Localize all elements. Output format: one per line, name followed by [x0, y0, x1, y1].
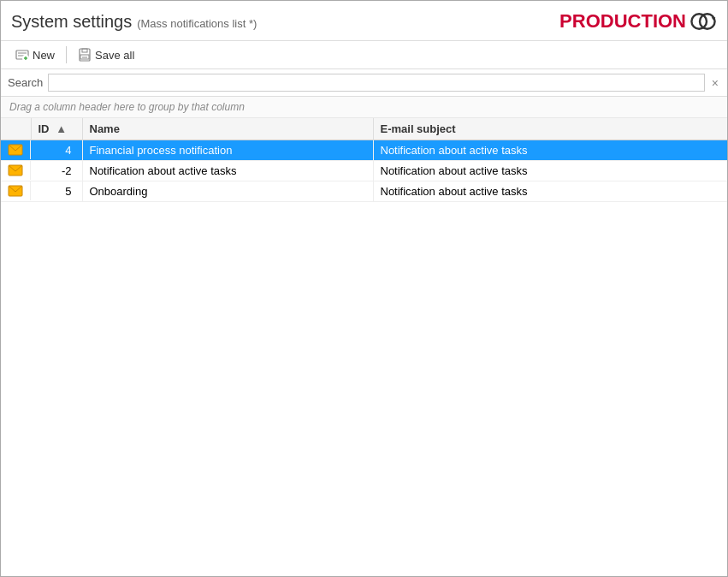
- table-header-row: ID ▲ Name E-mail subject: [1, 118, 727, 140]
- new-icon: [15, 48, 29, 62]
- row-icon-cell: [1, 181, 31, 200]
- row-email-subject: Notification about active tasks: [373, 140, 727, 161]
- col-header-name[interactable]: Name: [82, 118, 373, 140]
- row-id: 5: [31, 181, 82, 202]
- row-name: Financial process notification: [82, 140, 373, 161]
- title-bar: System settings (Mass notifications list…: [1, 1, 727, 41]
- row-name: Onboarding: [82, 181, 373, 202]
- brand-icon: [690, 8, 717, 35]
- save-all-icon: [78, 48, 92, 62]
- table-row[interactable]: 5OnboardingNotification about active tas…: [1, 181, 727, 202]
- search-input[interactable]: [48, 74, 705, 92]
- row-icon-cell: [1, 140, 31, 159]
- row-email-subject: Notification about active tasks: [373, 181, 727, 202]
- table-row[interactable]: -2Notification about active tasksNotific…: [1, 161, 727, 181]
- new-button[interactable]: New: [8, 45, 62, 65]
- row-email-subject: Notification about active tasks: [373, 161, 727, 181]
- sort-arrow-id: ▲: [56, 122, 67, 135]
- col-header-email-subject[interactable]: E-mail subject: [373, 118, 727, 140]
- envelope-icon: [8, 164, 23, 176]
- search-clear-button[interactable]: ×: [710, 76, 720, 90]
- table-body: 4Financial process notificationNotificat…: [1, 140, 727, 202]
- row-icon-cell: [1, 161, 31, 180]
- row-id: -2: [31, 161, 82, 181]
- envelope-icon: [8, 144, 23, 156]
- col-header-icon[interactable]: [1, 118, 31, 140]
- table-container: ID ▲ Name E-mail subject 4Financial proc…: [1, 118, 727, 576]
- envelope-icon: [8, 185, 23, 197]
- toolbar-separator: [66, 46, 67, 63]
- group-hint: Drag a column header here to group by th…: [1, 97, 727, 118]
- main-window: System settings (Mass notifications list…: [0, 0, 728, 577]
- page-title: System settings: [11, 12, 132, 32]
- page-subtitle: (Mass notifications list *): [137, 17, 257, 30]
- row-name: Notification about active tasks: [82, 161, 373, 181]
- search-label: Search: [8, 76, 43, 89]
- search-bar: Search ×: [1, 69, 727, 97]
- col-header-id[interactable]: ID ▲: [31, 118, 82, 140]
- brand-label: PRODUCTION: [559, 8, 717, 35]
- row-id: 4: [31, 140, 82, 161]
- toolbar: New Save all: [1, 41, 727, 69]
- data-table: ID ▲ Name E-mail subject 4Financial proc…: [1, 118, 727, 202]
- table-row[interactable]: 4Financial process notificationNotificat…: [1, 140, 727, 161]
- save-all-button[interactable]: Save all: [70, 45, 142, 65]
- title-left: System settings (Mass notifications list…: [11, 12, 257, 32]
